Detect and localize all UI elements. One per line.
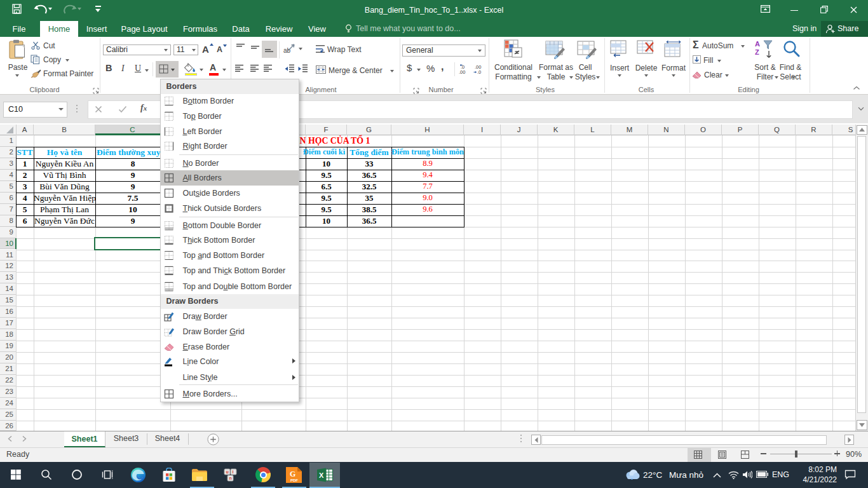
svg-text:X: X	[319, 471, 324, 479]
svg-text:.00: .00	[459, 69, 465, 74]
svg-text:n: n	[229, 476, 232, 480]
svg-text:u: u	[226, 470, 229, 474]
svg-text:ab: ab	[283, 47, 291, 54]
svg-text:i: i	[233, 470, 234, 474]
svg-text:.0: .0	[477, 69, 481, 74]
svg-text:PDF: PDF	[290, 478, 298, 482]
svg-text:A: A	[755, 40, 760, 48]
svg-text:G: G	[290, 470, 295, 478]
svg-text:Z: Z	[755, 48, 759, 56]
